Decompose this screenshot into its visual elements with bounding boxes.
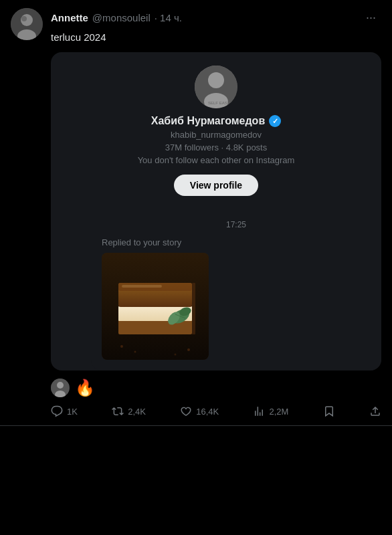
story-reply-image[interactable] xyxy=(102,253,209,360)
svg-rect-19 xyxy=(192,283,195,334)
bookmark-icon xyxy=(323,405,335,417)
views-count: 2,2M xyxy=(269,407,288,417)
more-options-button[interactable]: ··· xyxy=(361,8,381,27)
avatar[interactable] xyxy=(11,8,43,40)
views-icon xyxy=(253,405,265,417)
reply-action[interactable]: 1K xyxy=(51,405,78,417)
ig-handle: khabib_nurmagomedov xyxy=(171,130,262,140)
author-info: Annette @monsouleil · 14 ч. xyxy=(51,12,182,23)
dm-replied-label: Replied to your story xyxy=(102,237,371,247)
svg-point-11 xyxy=(134,351,136,353)
reaction-avatar xyxy=(51,379,70,397)
svg-text:SELF EASY: SELF EASY xyxy=(208,101,230,105)
ig-name-row: Хабиб Нурмагомедов ✓ xyxy=(151,115,281,127)
svg-point-3 xyxy=(21,16,27,21)
views-action[interactable]: 2,2M xyxy=(253,405,288,417)
tweet-time: · 14 ч. xyxy=(155,12,182,23)
tweet-meta: Annette @monsouleil · 14 ч. ··· terlucu … xyxy=(51,8,381,44)
ig-follow-status: You don't follow each other on Instagram xyxy=(138,155,295,165)
svg-rect-18 xyxy=(122,285,162,288)
instagram-card: SELF EASY Хабиб Нурмагомедов ✓ khabib_nu… xyxy=(51,52,381,370)
tweet-header: Annette @monsouleil · 14 ч. ··· terlucu … xyxy=(11,8,381,44)
reply-count: 1K xyxy=(67,407,78,417)
author-line: Annette @monsouleil · 14 ч. ··· xyxy=(51,8,381,27)
share-action[interactable] xyxy=(369,405,381,417)
reply-icon xyxy=(51,405,63,417)
tweet: Annette @monsouleil · 14 ч. ··· terlucu … xyxy=(0,0,392,426)
like-action[interactable]: 16,4K xyxy=(180,405,219,417)
svg-point-5 xyxy=(208,72,224,88)
author-name[interactable]: Annette xyxy=(51,12,88,23)
like-count: 16,4K xyxy=(196,407,219,417)
svg-point-13 xyxy=(175,354,177,356)
author-handle: @monsouleil xyxy=(92,12,151,23)
share-icon xyxy=(369,405,381,417)
ig-stats: 37M followers · 4.8K posts xyxy=(165,142,267,152)
verified-check-icon: ✓ xyxy=(272,117,278,126)
view-profile-button[interactable]: View profile xyxy=(174,175,258,196)
ig-profile-avatar[interactable]: SELF EASY xyxy=(195,66,237,108)
dm-timestamp: 17:25 xyxy=(102,220,371,229)
dm-area: 17:25 Replied to your story xyxy=(91,209,381,370)
retweet-count: 2,4K xyxy=(128,407,146,417)
ig-profile-name: Хабиб Нурмагомедов xyxy=(151,115,265,127)
verified-badge: ✓ xyxy=(269,115,281,127)
like-icon xyxy=(180,405,192,417)
svg-point-25 xyxy=(57,382,64,389)
svg-point-10 xyxy=(120,345,123,348)
tweet-text: terlucu 2024 xyxy=(51,30,381,44)
fire-emoji: 🔥 xyxy=(75,379,95,397)
ig-card-top: SELF EASY Хабиб Нурмагомедов ✓ khabib_nu… xyxy=(51,52,381,209)
bookmark-action[interactable] xyxy=(323,405,335,417)
retweet-icon xyxy=(112,405,124,417)
reactions-row: 🔥 xyxy=(51,379,381,397)
tiramisu-visual xyxy=(102,253,209,360)
action-bar: 1K 2,4K 16,4K 2,2M xyxy=(51,397,381,417)
svg-point-12 xyxy=(187,348,190,351)
retweet-action[interactable]: 2,4K xyxy=(112,405,146,417)
